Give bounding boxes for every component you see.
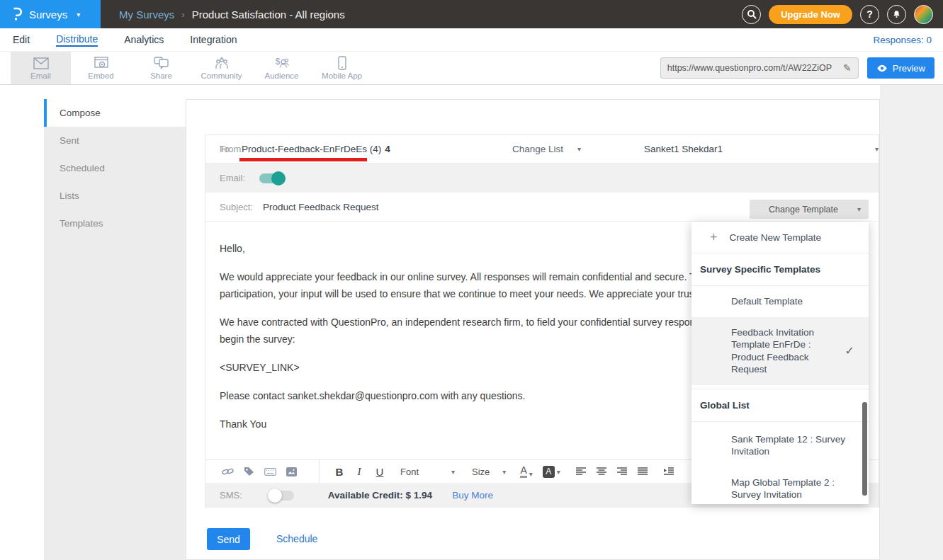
- questionpro-distribute-page: Surveys ▾ My Surveys › Product Satisfact…: [0, 0, 943, 560]
- from-label: From:: [220, 135, 244, 164]
- channel-tab-community[interactable]: Community: [191, 52, 252, 84]
- survey-url-box: ✎: [660, 57, 859, 79]
- tab-distribute[interactable]: Distribute: [56, 33, 98, 47]
- toolbar-divider: [319, 460, 320, 483]
- selected-list-underline: [239, 158, 367, 161]
- italic-button[interactable]: I: [349, 466, 369, 478]
- top-bar: Surveys ▾ My Surveys › Product Satisfact…: [0, 0, 943, 28]
- right-gutter: [880, 85, 943, 560]
- channel-tab-email[interactable]: Email: [11, 52, 71, 84]
- user-avatar[interactable]: [914, 5, 933, 24]
- sms-toggle[interactable]: [270, 491, 294, 501]
- survey-url-input[interactable]: [661, 58, 837, 78]
- surveys-product-menu[interactable]: Surveys ▾: [0, 0, 101, 28]
- breadcrumb: My Surveys › Product Satisfaction - All …: [119, 8, 345, 21]
- change-list-dropdown[interactable]: Change List ▾: [512, 135, 581, 164]
- notifications-button[interactable]: [887, 5, 906, 24]
- preview-button[interactable]: Preview: [867, 57, 934, 79]
- email-toggle[interactable]: [259, 173, 283, 183]
- menu-scrollbar[interactable]: [862, 402, 867, 496]
- chevron-down-icon: ▾: [451, 468, 455, 476]
- eye-icon: [876, 64, 888, 72]
- breadcrumb-separator-icon: ›: [181, 9, 184, 20]
- tab-analytics[interactable]: Analytics: [124, 34, 164, 46]
- recipients-row: To: Product-Feedback-EnFrDeEs (4)4 Chang…: [205, 135, 879, 164]
- plus-icon: +: [710, 230, 718, 245]
- subject-input[interactable]: Product Feedback Request: [263, 193, 379, 222]
- edit-url-pencil-icon[interactable]: ✎: [837, 62, 858, 74]
- send-button[interactable]: Send: [207, 528, 250, 550]
- channel-tab-audience[interactable]: $ Audience: [252, 52, 312, 84]
- sidebar-item-templates[interactable]: Templates: [44, 210, 186, 237]
- text-color-button[interactable]: A ▾: [520, 465, 532, 478]
- channel-tab-embed[interactable]: Embed: [71, 52, 131, 84]
- link-icon[interactable]: [217, 467, 238, 476]
- question-mark-icon: ?: [866, 8, 873, 20]
- underline-button[interactable]: U: [369, 466, 390, 478]
- email-label: Email:: [220, 164, 245, 193]
- indent-icon[interactable]: [664, 467, 674, 476]
- sidebar-item-scheduled[interactable]: Scheduled: [44, 154, 186, 182]
- sidebar-item-sent[interactable]: Sent: [44, 127, 186, 154]
- bold-button[interactable]: B: [329, 466, 349, 478]
- size-dropdown[interactable]: Size ▾: [472, 467, 506, 477]
- subject-label: Subject:: [220, 193, 253, 222]
- chevron-down-icon: ▾: [502, 468, 506, 476]
- tab-integration[interactable]: Integration: [190, 34, 237, 46]
- chevron-down-icon: ▾: [857, 205, 861, 213]
- chevron-down-icon: ▾: [557, 468, 560, 476]
- align-left-icon[interactable]: [576, 467, 586, 476]
- align-justify-icon[interactable]: [638, 467, 648, 476]
- sidebar-item-lists[interactable]: Lists: [44, 182, 186, 210]
- menu-item-sank-template-12[interactable]: Sank Template 12 : Survey Invitation: [691, 422, 869, 467]
- change-template-button[interactable]: Change Template ▾: [750, 200, 869, 219]
- brand-label: Surveys: [29, 8, 67, 21]
- distribute-channel-bar: Email Embed Share Community $ Audience: [0, 52, 943, 85]
- buy-more-link[interactable]: Buy More: [452, 490, 493, 501]
- bell-icon: [892, 9, 901, 19]
- sidebar-item-compose[interactable]: Compose: [44, 99, 186, 127]
- available-credit: Available Credit: $ 1.94: [328, 490, 432, 501]
- image-icon[interactable]: [281, 467, 302, 476]
- menu-item-default-template[interactable]: Default Template: [691, 286, 869, 317]
- people-group-icon: [214, 56, 230, 70]
- breadcrumb-my-surveys[interactable]: My Surveys: [119, 8, 174, 21]
- topbar-actions: Upgrade Now ?: [742, 5, 933, 24]
- menu-item-feedback-invitation-template[interactable]: Feedback Invitation Template EnFrDe : Pr…: [691, 317, 869, 385]
- chat-bubbles-icon: [154, 56, 169, 70]
- tag-icon[interactable]: [238, 467, 259, 476]
- survey-specific-templates-header: Survey Specific Templates: [691, 253, 869, 286]
- alignment-group: [576, 467, 674, 476]
- survey-nav: Edit Distribute Analytics Integration Re…: [0, 28, 943, 52]
- keyboard-icon[interactable]: [259, 468, 281, 476]
- envelope-icon: [33, 56, 49, 70]
- sms-label: SMS:: [220, 490, 242, 501]
- mobile-phone-icon: [334, 56, 350, 70]
- page-title: Product Satisfaction - All regions: [192, 8, 345, 21]
- questionpro-logo-icon: [11, 6, 23, 22]
- tab-edit[interactable]: Edit: [13, 34, 30, 46]
- paid-audience-icon: $: [274, 56, 290, 70]
- upgrade-now-button[interactable]: Upgrade Now: [769, 5, 852, 24]
- highlight-color-button[interactable]: A ▾: [543, 466, 560, 478]
- channel-tab-share[interactable]: Share: [131, 52, 191, 84]
- responses-count[interactable]: Responses: 0: [873, 35, 932, 45]
- embed-browser-gear-icon: [94, 56, 109, 70]
- create-new-template-item[interactable]: + Create New Template: [691, 222, 869, 253]
- email-toggle-row: Email:: [205, 164, 879, 193]
- chevron-down-icon: ▾: [77, 11, 80, 18]
- chevron-down-icon: ▾: [529, 470, 533, 478]
- search-button[interactable]: [742, 5, 761, 24]
- align-center-icon[interactable]: [597, 467, 606, 476]
- chevron-down-icon: ▾: [577, 135, 581, 164]
- channel-tab-mobile-app[interactable]: Mobile App: [312, 52, 372, 84]
- svg-text:$: $: [275, 57, 280, 67]
- help-button[interactable]: ?: [860, 5, 879, 24]
- check-icon: ✓: [845, 345, 854, 358]
- font-dropdown[interactable]: Font ▾: [400, 467, 455, 477]
- align-right-icon[interactable]: [617, 467, 627, 476]
- schedule-link[interactable]: Schedule: [276, 533, 317, 544]
- global-list-header: Global List: [691, 389, 869, 422]
- change-template-menu: + Create New Template Survey Specific Te…: [691, 222, 869, 504]
- menu-item-map-global-template-2[interactable]: Map Global Template 2 : Survey Invitatio…: [691, 467, 869, 505]
